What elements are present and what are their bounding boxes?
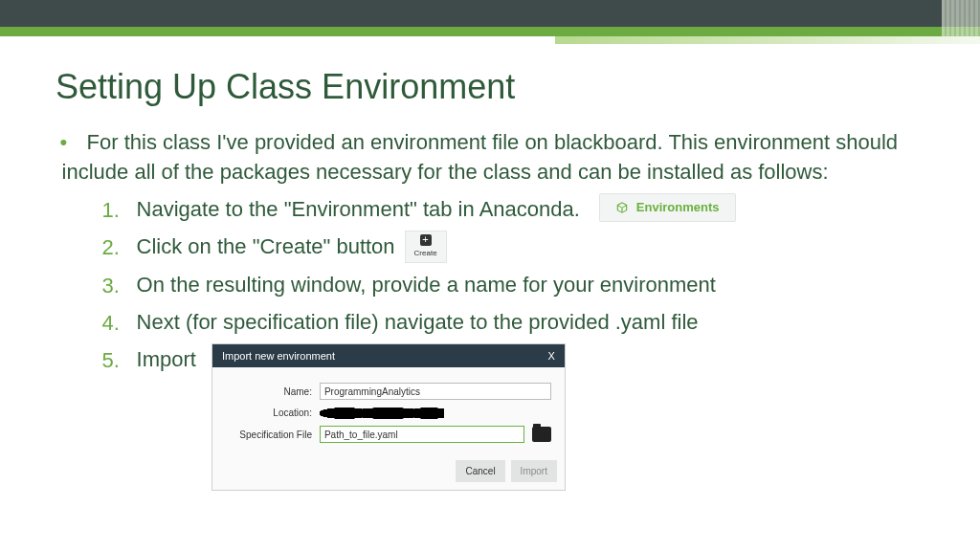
step-2-text: Click on the "Create" button [137,231,395,262]
slide-content: Setting Up Class Environment For this cl… [56,67,942,496]
cube-icon [615,201,629,214]
import-button: Import [511,460,557,482]
environments-tab-screenshot: Environments [599,193,736,222]
step-1-text: Navigate to the "Environment" tab in Ana… [137,193,580,225]
name-field: ProgrammingAnalytics [320,383,551,400]
dialog-actions: Cancel Import [212,454,565,490]
banner-light [555,36,980,44]
intro-bullet: For this class I've provided an environm… [56,128,942,491]
location-row: Location: [226,406,551,420]
location-label: Location: [226,406,312,420]
close-icon: X [548,348,555,364]
step-5-text: Import [137,343,196,375]
folder-icon [532,427,551,442]
step-4-text: Next (for specification file) navigate t… [137,306,699,338]
step-5: Import Import new environment X Name: Pr… [137,343,942,492]
name-label: Name: [226,385,312,399]
intro-text: For this class I've provided an environm… [62,130,899,184]
environments-tab-label: Environments [636,198,720,217]
create-button-screenshot: + Create [405,231,447,263]
spec-field: Path_to_file.yaml [320,426,524,443]
dialog-title: Import new environment [222,348,335,364]
step-3: On the resulting window, provide a name … [137,269,942,300]
dialog-titlebar: Import new environment X [212,344,565,368]
spec-row: Specification File Path_to_file.yaml [226,426,551,443]
banner-dark [0,0,980,27]
dialog-body: Name: ProgrammingAnalytics Location: Spe… [212,367,565,454]
create-label: Create [414,248,437,259]
location-redacted [320,408,444,419]
spec-label: Specification File [226,428,312,442]
banner-green [0,27,980,36]
step-2: Click on the "Create" button + Create [137,231,942,263]
banner-texture [942,0,980,36]
import-dialog-screenshot: Import new environment X Name: Programmi… [212,343,566,492]
plus-icon: + [420,234,432,246]
steps-list: Navigate to the "Environment" tab in Ana… [62,193,942,492]
step-3-text: On the resulting window, provide a name … [137,269,716,300]
cancel-button: Cancel [456,460,504,482]
bullet-list: For this class I've provided an environm… [56,128,942,491]
page-title: Setting Up Class Environment [56,67,942,107]
step-4: Next (for specification file) navigate t… [137,306,942,338]
name-row: Name: ProgrammingAnalytics [226,383,551,400]
step-1: Navigate to the "Environment" tab in Ana… [137,193,942,225]
